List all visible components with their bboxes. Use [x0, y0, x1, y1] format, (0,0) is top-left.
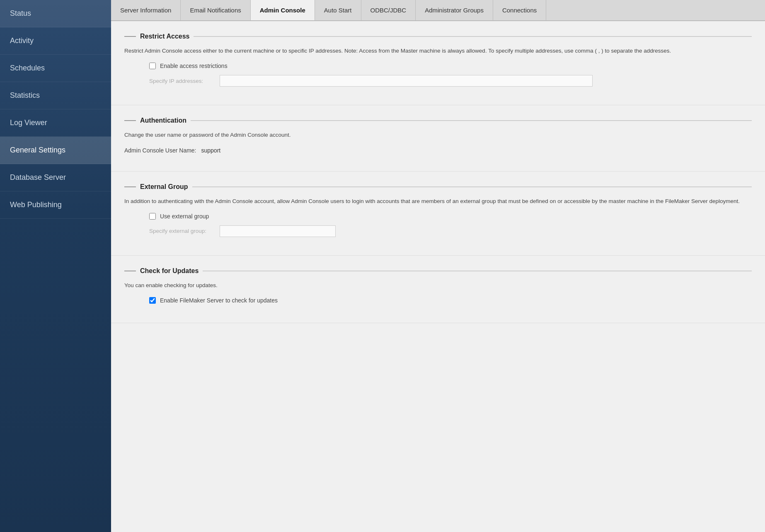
external-group-section: External Group In addition to authentica… [111, 172, 765, 256]
sidebar-item-activity[interactable]: Activity [0, 27, 111, 55]
enable-updates-label: Enable FileMaker Server to check for upd… [160, 297, 278, 304]
restrict-access-title: Restrict Access [140, 33, 189, 40]
authentication-section: Authentication Change the user name or p… [111, 105, 765, 171]
header-line-left [124, 36, 136, 37]
auth-line-right [191, 120, 752, 121]
specify-group-label: Specify external group: [149, 228, 215, 234]
use-external-group-row: Use external group [124, 213, 752, 220]
enable-updates-row: Enable FileMaker Server to check for upd… [124, 297, 752, 304]
tab-odbc-jdbc[interactable]: ODBC/JDBC [361, 0, 416, 20]
username-value: support [201, 147, 221, 154]
tab-email-notifications[interactable]: Email Notifications [181, 0, 250, 20]
header-line-right [194, 36, 752, 37]
username-label: Admin Console User Name: [124, 147, 196, 154]
tab-server-information[interactable]: Server Information [111, 0, 181, 20]
sidebar-item-schedules[interactable]: Schedules [0, 55, 111, 82]
sidebar-item-web-publishing[interactable]: Web Publishing [0, 191, 111, 219]
tab-admin-console[interactable]: Admin Console [251, 0, 315, 20]
use-external-group-checkbox[interactable] [149, 213, 156, 220]
external-group-title: External Group [140, 183, 188, 191]
ip-input-row: Specify IP addresses: [124, 75, 752, 87]
sidebar-item-general-settings[interactable]: General Settings [0, 137, 111, 164]
sidebar-item-status[interactable]: Status [0, 0, 111, 27]
updates-line-right [203, 271, 752, 271]
check-updates-section: Check for Updates You can enable checkin… [111, 256, 765, 323]
main-area: Server InformationEmail NotificationsAdm… [111, 0, 765, 532]
ext-line-right [192, 186, 752, 187]
updates-line-left [124, 271, 136, 271]
ip-label: Specify IP addresses: [149, 78, 215, 84]
sidebar-item-statistics[interactable]: Statistics [0, 82, 111, 109]
auth-line-left [124, 120, 136, 121]
sidebar-item-log-viewer[interactable]: Log Viewer [0, 109, 111, 137]
use-external-group-label: Use external group [160, 213, 209, 220]
external-group-input[interactable] [220, 225, 336, 237]
content-area: Restrict Access Restrict Admin Console a… [111, 21, 765, 532]
check-updates-title: Check for Updates [140, 267, 199, 275]
sidebar-item-database-server[interactable]: Database Server [0, 164, 111, 191]
tab-bar: Server InformationEmail NotificationsAdm… [111, 0, 765, 21]
sidebar: StatusActivitySchedulesStatisticsLog Vie… [0, 0, 111, 532]
tab-administrator-groups[interactable]: Administrator Groups [416, 0, 493, 20]
tab-connections[interactable]: Connections [493, 0, 546, 20]
restrict-access-desc: Restrict Admin Console access either to … [124, 47, 752, 55]
restrict-access-header: Restrict Access [124, 33, 752, 40]
tab-auto-start[interactable]: Auto Start [315, 0, 361, 20]
external-group-header: External Group [124, 183, 752, 191]
enable-access-row: Enable access restrictions [124, 63, 752, 69]
external-group-desc: In addition to authenticating with the A… [124, 197, 752, 206]
enable-access-checkbox[interactable] [149, 63, 156, 69]
enable-updates-checkbox[interactable] [149, 297, 156, 304]
authentication-title: Authentication [140, 117, 186, 124]
enable-access-label: Enable access restrictions [160, 63, 228, 69]
check-updates-header: Check for Updates [124, 267, 752, 275]
ip-address-input[interactable] [220, 75, 593, 87]
authentication-desc: Change the user name or password of the … [124, 131, 752, 139]
specify-group-row: Specify external group: [124, 225, 752, 237]
username-row: Admin Console User Name: support [124, 147, 752, 154]
ext-line-left [124, 186, 136, 187]
restrict-access-section: Restrict Access Restrict Admin Console a… [111, 21, 765, 105]
authentication-header: Authentication [124, 117, 752, 124]
check-updates-desc: You can enable checking for updates. [124, 281, 752, 290]
